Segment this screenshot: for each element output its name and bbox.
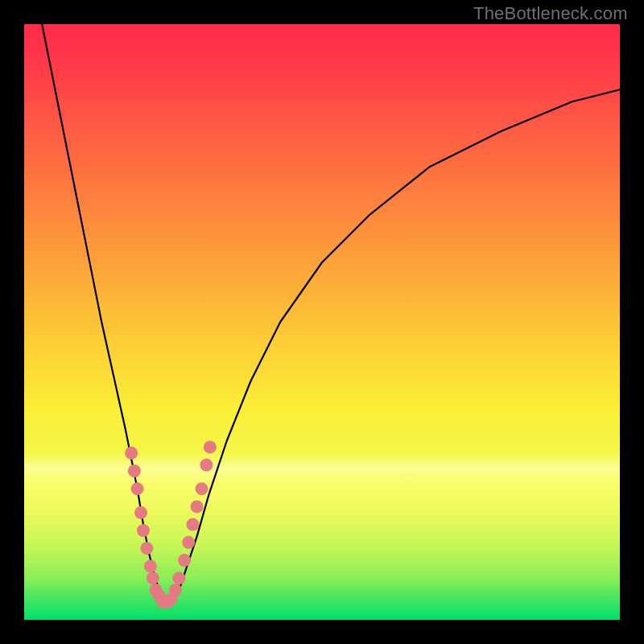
- highlight-dot: [128, 464, 141, 477]
- highlight-dot: [147, 572, 159, 584]
- plot-area: [24, 24, 620, 620]
- highlight-dot: [186, 518, 199, 531]
- highlight-dot: [191, 500, 204, 513]
- highlight-dot: [178, 554, 191, 567]
- highlight-dot: [204, 440, 217, 453]
- highlight-dot: [137, 524, 150, 537]
- highlight-dot: [125, 447, 138, 460]
- highlight-dot: [200, 459, 213, 472]
- bottleneck-curve: [42, 24, 620, 602]
- highlight-dot: [169, 584, 182, 597]
- chart-frame: TheBottleneck.com: [0, 0, 644, 644]
- watermark-text: TheBottleneck.com: [473, 3, 628, 24]
- highlight-dot: [182, 536, 195, 549]
- highlight-dot: [131, 482, 144, 495]
- curve-layer: [24, 24, 620, 620]
- highlight-dot: [140, 542, 153, 555]
- highlight-dot: [144, 559, 157, 572]
- highlight-dot: [172, 572, 185, 584]
- highlight-dot: [196, 482, 208, 495]
- highlight-dots-group: [125, 440, 217, 608]
- highlight-dot: [134, 506, 147, 519]
